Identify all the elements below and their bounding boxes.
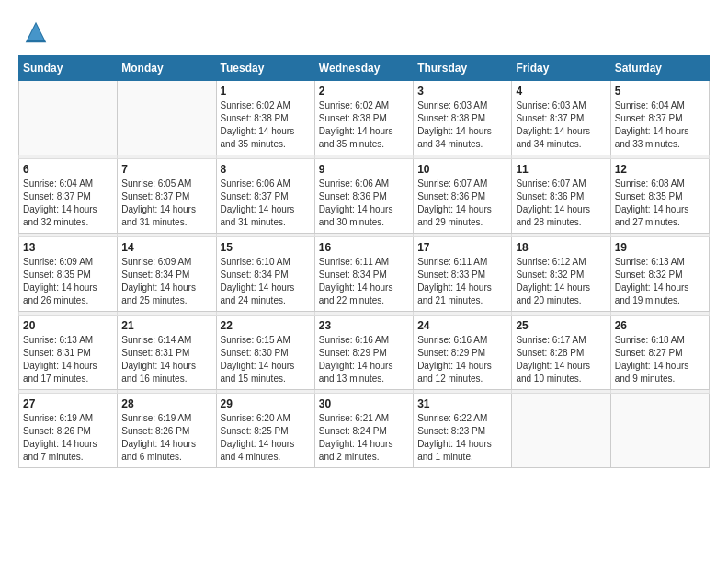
- day-number: 8: [221, 163, 311, 176]
- calendar-header-monday: Monday: [118, 56, 216, 81]
- logo: [18, 18, 50, 46]
- day-info: Sunrise: 6:03 AMSunset: 8:37 PMDaylight:…: [516, 99, 606, 151]
- calendar-cell: 22Sunrise: 6:15 AMSunset: 8:30 PMDayligh…: [216, 316, 314, 390]
- calendar-week-row: 6Sunrise: 6:04 AMSunset: 8:37 PMDaylight…: [19, 159, 710, 234]
- day-number: 18: [516, 241, 606, 254]
- calendar-cell: 15Sunrise: 6:10 AMSunset: 8:34 PMDayligh…: [216, 237, 314, 312]
- day-number: 17: [417, 241, 507, 254]
- day-number: 2: [319, 85, 409, 98]
- calendar-cell: 24Sunrise: 6:16 AMSunset: 8:29 PMDayligh…: [414, 316, 512, 390]
- day-number: 28: [121, 397, 211, 410]
- calendar-cell: [118, 81, 216, 155]
- day-number: 12: [615, 163, 705, 176]
- calendar-cell: 8Sunrise: 6:06 AMSunset: 8:37 PMDaylight…: [216, 159, 314, 234]
- day-info: Sunrise: 6:03 AMSunset: 8:38 PMDaylight:…: [417, 99, 507, 151]
- calendar-cell: 30Sunrise: 6:21 AMSunset: 8:24 PMDayligh…: [314, 394, 413, 468]
- day-number: 14: [121, 241, 211, 254]
- day-number: 30: [319, 397, 409, 410]
- calendar-cell: 31Sunrise: 6:22 AMSunset: 8:23 PMDayligh…: [414, 394, 512, 468]
- day-number: 20: [23, 319, 113, 332]
- calendar-cell: 6Sunrise: 6:04 AMSunset: 8:37 PMDaylight…: [19, 159, 118, 234]
- day-number: 27: [23, 397, 113, 410]
- calendar-cell: 13Sunrise: 6:09 AMSunset: 8:35 PMDayligh…: [19, 237, 118, 312]
- day-info: Sunrise: 6:02 AMSunset: 8:38 PMDaylight:…: [319, 99, 409, 151]
- day-info: Sunrise: 6:13 AMSunset: 8:31 PMDaylight:…: [23, 334, 113, 385]
- day-info: Sunrise: 6:19 AMSunset: 8:26 PMDaylight:…: [121, 412, 211, 464]
- day-info: Sunrise: 6:11 AMSunset: 8:33 PMDaylight:…: [417, 256, 507, 307]
- day-number: 5: [615, 85, 705, 98]
- calendar-cell: 27Sunrise: 6:19 AMSunset: 8:26 PMDayligh…: [19, 394, 118, 468]
- day-info: Sunrise: 6:16 AMSunset: 8:29 PMDaylight:…: [319, 334, 409, 385]
- calendar-cell: 7Sunrise: 6:05 AMSunset: 8:37 PMDaylight…: [118, 159, 216, 234]
- day-number: 31: [417, 397, 507, 410]
- calendar-cell: 20Sunrise: 6:13 AMSunset: 8:31 PMDayligh…: [19, 316, 118, 390]
- calendar-cell: 3Sunrise: 6:03 AMSunset: 8:38 PMDaylight…: [414, 81, 512, 155]
- day-info: Sunrise: 6:07 AMSunset: 8:36 PMDaylight:…: [516, 178, 606, 229]
- day-info: Sunrise: 6:06 AMSunset: 8:37 PMDaylight:…: [221, 178, 311, 229]
- day-number: 6: [23, 163, 113, 176]
- calendar-cell: 28Sunrise: 6:19 AMSunset: 8:26 PMDayligh…: [118, 394, 216, 468]
- svg-marker-1: [28, 24, 44, 40]
- calendar-week-row: 20Sunrise: 6:13 AMSunset: 8:31 PMDayligh…: [19, 316, 710, 390]
- calendar-header-thursday: Thursday: [414, 56, 512, 81]
- calendar-cell: 26Sunrise: 6:18 AMSunset: 8:27 PMDayligh…: [610, 316, 709, 390]
- day-info: Sunrise: 6:21 AMSunset: 8:24 PMDaylight:…: [319, 412, 409, 464]
- calendar-cell: 9Sunrise: 6:06 AMSunset: 8:36 PMDaylight…: [314, 159, 413, 234]
- day-info: Sunrise: 6:15 AMSunset: 8:30 PMDaylight:…: [221, 334, 311, 385]
- calendar-cell: 21Sunrise: 6:14 AMSunset: 8:31 PMDayligh…: [118, 316, 216, 390]
- calendar-cell: 16Sunrise: 6:11 AMSunset: 8:34 PMDayligh…: [314, 237, 413, 312]
- day-number: 23: [319, 319, 409, 332]
- calendar-header-sunday: Sunday: [19, 56, 118, 81]
- calendar-week-row: 27Sunrise: 6:19 AMSunset: 8:26 PMDayligh…: [19, 394, 710, 468]
- day-number: 29: [221, 397, 311, 410]
- day-info: Sunrise: 6:16 AMSunset: 8:29 PMDaylight:…: [417, 334, 507, 385]
- calendar-header-friday: Friday: [512, 56, 610, 81]
- day-info: Sunrise: 6:14 AMSunset: 8:31 PMDaylight:…: [121, 334, 211, 385]
- day-info: Sunrise: 6:04 AMSunset: 8:37 PMDaylight:…: [23, 178, 113, 229]
- day-info: Sunrise: 6:08 AMSunset: 8:35 PMDaylight:…: [615, 178, 705, 229]
- day-info: Sunrise: 6:19 AMSunset: 8:26 PMDaylight:…: [23, 412, 113, 464]
- day-info: Sunrise: 6:04 AMSunset: 8:37 PMDaylight:…: [615, 99, 705, 151]
- day-number: 10: [417, 163, 507, 176]
- day-info: Sunrise: 6:05 AMSunset: 8:37 PMDaylight:…: [121, 178, 211, 229]
- calendar-cell: 23Sunrise: 6:16 AMSunset: 8:29 PMDayligh…: [314, 316, 413, 390]
- day-info: Sunrise: 6:07 AMSunset: 8:36 PMDaylight:…: [417, 178, 507, 229]
- logo-icon: [22, 18, 50, 46]
- calendar-cell: [19, 81, 118, 155]
- day-number: 7: [121, 163, 211, 176]
- calendar-cell: 1Sunrise: 6:02 AMSunset: 8:38 PMDaylight…: [216, 81, 314, 155]
- calendar-cell: 11Sunrise: 6:07 AMSunset: 8:36 PMDayligh…: [512, 159, 610, 234]
- calendar: SundayMondayTuesdayWednesdayThursdayFrid…: [18, 55, 710, 468]
- day-info: Sunrise: 6:11 AMSunset: 8:34 PMDaylight:…: [319, 256, 409, 307]
- calendar-header-row: SundayMondayTuesdayWednesdayThursdayFrid…: [19, 56, 710, 81]
- page-header: [18, 18, 710, 46]
- day-info: Sunrise: 6:09 AMSunset: 8:34 PMDaylight:…: [121, 256, 211, 307]
- calendar-cell: 2Sunrise: 6:02 AMSunset: 8:38 PMDaylight…: [314, 81, 413, 155]
- day-number: 3: [417, 85, 507, 98]
- day-number: 9: [319, 163, 409, 176]
- calendar-header-wednesday: Wednesday: [314, 56, 413, 81]
- calendar-cell: 14Sunrise: 6:09 AMSunset: 8:34 PMDayligh…: [118, 237, 216, 312]
- day-number: 15: [221, 241, 311, 254]
- day-number: 16: [319, 241, 409, 254]
- day-info: Sunrise: 6:20 AMSunset: 8:25 PMDaylight:…: [221, 412, 311, 464]
- day-info: Sunrise: 6:02 AMSunset: 8:38 PMDaylight:…: [221, 99, 311, 151]
- day-number: 1: [221, 85, 311, 98]
- calendar-cell: 10Sunrise: 6:07 AMSunset: 8:36 PMDayligh…: [414, 159, 512, 234]
- calendar-header-saturday: Saturday: [610, 56, 709, 81]
- day-info: Sunrise: 6:17 AMSunset: 8:28 PMDaylight:…: [516, 334, 606, 385]
- calendar-cell: [512, 394, 610, 468]
- day-number: 22: [221, 319, 311, 332]
- day-info: Sunrise: 6:09 AMSunset: 8:35 PMDaylight:…: [23, 256, 113, 307]
- calendar-week-row: 13Sunrise: 6:09 AMSunset: 8:35 PMDayligh…: [19, 237, 710, 312]
- calendar-cell: 19Sunrise: 6:13 AMSunset: 8:32 PMDayligh…: [610, 237, 709, 312]
- calendar-cell: 18Sunrise: 6:12 AMSunset: 8:32 PMDayligh…: [512, 237, 610, 312]
- day-number: 11: [516, 163, 606, 176]
- day-number: 13: [23, 241, 113, 254]
- calendar-header-tuesday: Tuesday: [216, 56, 314, 81]
- day-info: Sunrise: 6:13 AMSunset: 8:32 PMDaylight:…: [615, 256, 705, 307]
- day-info: Sunrise: 6:22 AMSunset: 8:23 PMDaylight:…: [417, 412, 507, 464]
- day-info: Sunrise: 6:18 AMSunset: 8:27 PMDaylight:…: [615, 334, 705, 385]
- calendar-cell: [610, 394, 709, 468]
- calendar-cell: 29Sunrise: 6:20 AMSunset: 8:25 PMDayligh…: [216, 394, 314, 468]
